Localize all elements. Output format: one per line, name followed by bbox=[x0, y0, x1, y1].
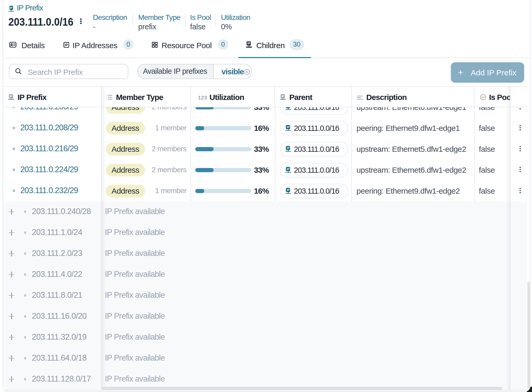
svg-text:IP: IP bbox=[65, 43, 68, 47]
